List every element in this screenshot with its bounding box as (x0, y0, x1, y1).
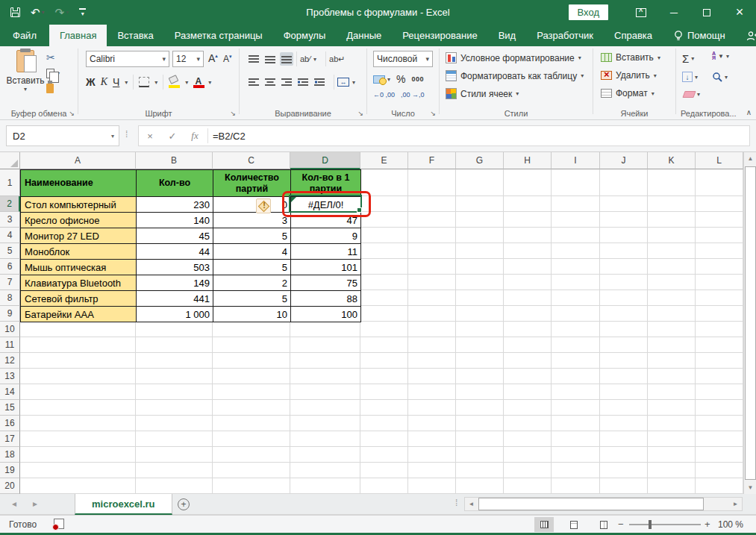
cell-A3[interactable]: Кресло офисное (21, 213, 137, 228)
zoom-out-icon[interactable]: − (618, 519, 624, 530)
tab-home[interactable]: Главная (49, 25, 107, 46)
clipboard-dialog-launcher[interactable]: ↘ (69, 110, 75, 117)
row-header-3[interactable]: 3 (0, 212, 20, 228)
row-header-9[interactable]: 9 (0, 306, 20, 322)
close-button[interactable]: × (723, 0, 756, 25)
format-as-table-button[interactable]: Форматировать как таблицу▾ (446, 70, 584, 81)
ribbon-display-options-button[interactable] (625, 0, 657, 25)
row-header-16[interactable]: 16 (0, 416, 20, 431)
maximize-button[interactable] (690, 0, 723, 25)
column-header-H[interactable]: H (504, 152, 552, 169)
font-color-icon[interactable]: А (193, 76, 203, 88)
comma-style-icon[interactable]: 000 (411, 75, 424, 83)
cell-A2[interactable]: Стол компьютерный (21, 197, 137, 213)
vertical-scrollbar-thumb[interactable] (745, 166, 756, 480)
sheetbar-splitter[interactable]: ⁞ (455, 498, 457, 508)
row-header-11[interactable]: 11 (0, 337, 20, 353)
row-header-1[interactable]: 1 (0, 169, 20, 196)
bold-icon[interactable]: Ж (86, 76, 96, 88)
font-color-dropdown-icon[interactable]: ▾ (208, 79, 211, 86)
tab-file[interactable]: Файл (0, 25, 49, 46)
clear-button[interactable]: ▾ (684, 91, 700, 98)
sign-in-button[interactable]: Вход (569, 4, 608, 20)
error-smart-tag[interactable]: ! (256, 198, 271, 213)
scroll-down-icon[interactable]: ▼ (744, 481, 756, 494)
save-button[interactable] (10, 7, 20, 17)
fill-color-dropdown-icon[interactable]: ▾ (185, 79, 188, 86)
column-header-G[interactable]: G (456, 152, 504, 169)
align-left-icon[interactable] (247, 75, 260, 89)
cell-B7[interactable]: 149 (137, 275, 213, 291)
font-size-combo[interactable]: 12▾ (172, 51, 204, 67)
header-cell-A1[interactable]: Наименование (21, 170, 137, 197)
tab-tell-me[interactable]: Помощн (663, 25, 736, 46)
cell-D9[interactable]: 100 (291, 307, 361, 322)
customize-qat-button[interactable]: ▾ (79, 8, 86, 17)
fill-button[interactable]: ↓▾ (682, 72, 698, 82)
cell-A5[interactable]: Моноблок (21, 244, 137, 260)
undo-button[interactable]: ↶▾ (31, 6, 45, 19)
zoom-slider-handle[interactable] (649, 520, 652, 529)
cell-C3[interactable]: 3 (213, 213, 291, 228)
row-header-4[interactable]: 4 (0, 228, 20, 243)
header-cell-C1[interactable]: Количество партий (213, 170, 291, 197)
cell-B8[interactable]: 441 (137, 291, 213, 307)
increase-indent-icon[interactable] (313, 75, 326, 89)
grid-body[interactable]: НаименованиеКол-воКоличество партийКол-в… (20, 169, 743, 494)
tab-share[interactable]: Поделиться (736, 25, 756, 46)
zoom-percentage[interactable]: 100 % (718, 519, 743, 530)
name-box-dropdown-icon[interactable]: ▾ (111, 133, 114, 140)
row-header-5[interactable]: 5 (0, 243, 20, 259)
page-break-view-button[interactable] (594, 517, 613, 532)
name-box[interactable]: D2▾ (6, 125, 119, 146)
column-header-L[interactable]: L (696, 152, 743, 169)
header-cell-B1[interactable]: Кол-во (137, 170, 213, 197)
row-header-18[interactable]: 18 (0, 447, 20, 463)
row-header-17[interactable]: 17 (0, 431, 20, 447)
collapse-ribbon-icon[interactable]: ∧ (746, 108, 752, 116)
font-name-dropdown-icon[interactable]: ▾ (162, 55, 166, 63)
tab-developer[interactable]: Разработчик (526, 25, 604, 46)
column-header-I[interactable]: I (552, 152, 600, 169)
autosum-button[interactable]: Σ▾ (682, 52, 694, 65)
fill-color-icon[interactable] (169, 76, 180, 88)
minimize-button[interactable]: ─ (657, 0, 690, 25)
cell-C6[interactable]: 5 (213, 260, 291, 275)
tab-view[interactable]: Вид (488, 25, 527, 46)
cancel-icon[interactable]: × (139, 131, 161, 142)
cell-C9[interactable]: 10 (213, 307, 291, 322)
zoom-slider-track[interactable] (629, 524, 701, 525)
horizontal-scrollbar-thumb[interactable] (478, 498, 704, 510)
undo-dropdown-icon[interactable]: ▾ (42, 9, 45, 16)
align-bottom-icon[interactable] (280, 52, 293, 66)
row-header-19[interactable]: 19 (0, 463, 20, 478)
tab-review[interactable]: Рецензирование (392, 25, 487, 46)
cell-A8[interactable]: Сетевой фильтр (21, 291, 137, 307)
tab-help[interactable]: Справка (604, 25, 663, 46)
paste-dropdown-icon[interactable]: ▾ (24, 86, 27, 93)
cell-B4[interactable]: 45 (137, 228, 213, 244)
font-dialog-launcher[interactable]: ↘ (230, 110, 236, 117)
cell-A6[interactable]: Мышь оптическая (21, 260, 137, 275)
vertical-scrollbar[interactable]: ▲ ▼ (743, 152, 756, 494)
enter-icon[interactable]: ✓ (161, 131, 184, 142)
decrease-font-size-icon[interactable]: А (223, 54, 232, 64)
select-all-corner[interactable] (0, 152, 20, 169)
next-sheet-icon[interactable]: ▸ (33, 498, 37, 509)
cut-icon[interactable]: ✂ (46, 51, 55, 63)
cell-C8[interactable]: 5 (213, 291, 291, 307)
cell-C5[interactable]: 4 (213, 244, 291, 260)
orientation-dropdown-icon[interactable]: ▾ (313, 56, 316, 63)
column-header-D[interactable]: D (290, 152, 360, 169)
scroll-right-icon[interactable]: ► (729, 498, 742, 510)
orientation-icon[interactable]: ab⁄ (300, 54, 310, 63)
cell-C2[interactable]: 0 (213, 197, 291, 213)
font-name-combo[interactable]: Calibri▾ (86, 51, 169, 67)
row-header-13[interactable]: 13 (0, 369, 20, 384)
merge-center-icon[interactable]: ↔ (337, 78, 349, 87)
wrap-text-icon[interactable]: ab↵ (329, 54, 345, 64)
row-header-6[interactable]: 6 (0, 259, 20, 275)
scroll-left-icon[interactable]: ◄ (465, 498, 478, 510)
column-header-J[interactable]: J (600, 152, 648, 169)
prev-sheet-icon[interactable]: ◂ (12, 498, 16, 509)
